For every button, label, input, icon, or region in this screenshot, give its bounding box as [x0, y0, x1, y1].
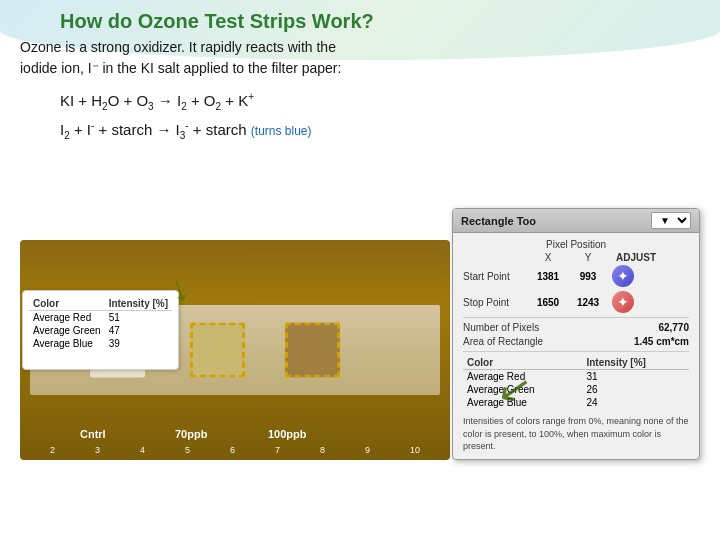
right-red-value: 31: [582, 370, 689, 384]
patch-70ppb: [190, 323, 245, 378]
start-adjust-button[interactable]: ✦: [612, 265, 634, 287]
table-row: Average Red 51: [29, 311, 172, 325]
patch-100ppb: [285, 323, 340, 378]
start-point-label: Start Point: [463, 271, 528, 282]
left-table-col1-header: Color: [29, 297, 105, 311]
note-text: Intensities of colors range from 0%, mea…: [463, 415, 689, 453]
start-point-row: Start Point 1381 993 ✦: [463, 265, 689, 287]
right-blue-value: 24: [582, 396, 689, 409]
label-100ppb: 100ppb: [268, 428, 307, 440]
num-pixels-row: Number of Pixels 62,770: [463, 322, 689, 333]
pixel-position-header: Pixel Position: [463, 239, 689, 250]
left-red-value: 51: [105, 311, 172, 325]
stop-y-value: 1243: [568, 297, 608, 308]
adjust-header: ADJUST: [616, 252, 656, 263]
left-red-label: Average Red: [29, 311, 105, 325]
num-pixels-value: 62,770: [658, 322, 689, 333]
left-blue-value: 39: [105, 337, 172, 350]
label-control: Cntrl: [80, 428, 106, 440]
table-row: Average Blue 39: [29, 337, 172, 350]
rect-tool-body: Pixel Position X Y ADJUST Start Point 13…: [453, 233, 699, 459]
num-pixels-label: Number of Pixels: [463, 322, 539, 333]
rect-tool-dropdown[interactable]: ▼: [651, 212, 691, 229]
start-y-value: 993: [568, 271, 608, 282]
rect-tool-title: Rectangle Too: [461, 215, 536, 227]
page-title: How do Ozone Test Strips Work?: [20, 10, 700, 33]
turns-blue-label: (turns blue): [251, 124, 312, 138]
right-table-col2-header: Intensity [%]: [582, 356, 689, 370]
subtitle: Ozone is a strong oxidizer. It rapidly r…: [20, 37, 700, 79]
left-table-col2-header: Intensity [%]: [105, 297, 172, 311]
separator2: [463, 351, 689, 352]
y-header: Y: [568, 252, 608, 263]
area-row: Area of Rectangle 1.45 cm*cm: [463, 336, 689, 347]
right-green-value: 26: [582, 383, 689, 396]
subtitle-line2: iodide ion, I⁻ in the KI salt applied to…: [20, 60, 341, 76]
separator1: [463, 317, 689, 318]
formula1: KI + H2O + O3 → I2 + O2 + K+: [60, 87, 700, 116]
stop-point-row: Stop Point 1650 1243 ✦: [463, 291, 689, 313]
x-header: X: [528, 252, 568, 263]
table-row: Average Green 47: [29, 324, 172, 337]
left-blue-label: Average Blue: [29, 337, 105, 350]
left-green-value: 47: [105, 324, 172, 337]
rect-tool-header: Rectangle Too ▼: [453, 209, 699, 233]
rectangle-tool-panel: Rectangle Too ▼ Pixel Position X Y ADJUS…: [452, 208, 700, 460]
start-x-value: 1381: [528, 271, 568, 282]
stop-x-value: 1650: [528, 297, 568, 308]
formula-block: KI + H2O + O3 → I2 + O2 + K+ I2 + I- + s…: [60, 87, 700, 145]
area-label: Area of Rectangle: [463, 336, 543, 347]
label-70ppb: 70ppb: [175, 428, 207, 440]
table-row: Average Red 31: [463, 370, 689, 384]
stop-adjust-button[interactable]: ✦: [612, 291, 634, 313]
subtitle-line1: Ozone is a strong oxidizer. It rapidly r…: [20, 39, 336, 55]
ruler: 2 3 4 5 6 7 8 9 10: [30, 445, 440, 455]
left-color-table-panel: Color Intensity [%] Average Red 51 Avera…: [22, 290, 179, 370]
stop-point-label: Stop Point: [463, 297, 528, 308]
left-green-label: Average Green: [29, 324, 105, 337]
area-value: 1.45 cm*cm: [634, 336, 689, 347]
formula2: I2 + I- + starch → I3- + starch (turns b…: [60, 116, 700, 145]
